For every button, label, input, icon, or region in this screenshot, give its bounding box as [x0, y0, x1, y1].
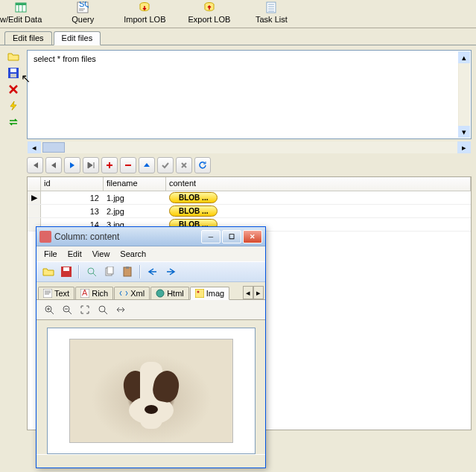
- up-button[interactable]: [139, 157, 155, 173]
- zoom-out-button[interactable]: [60, 303, 74, 316]
- add-record-button[interactable]: [101, 157, 118, 173]
- view-tab-image[interactable]: Imag: [190, 287, 229, 300]
- tool-import-lob[interactable]: Import LOB: [124, 1, 165, 25]
- tab-edit-files-2[interactable]: Edit files: [54, 31, 101, 45]
- globe-icon: [156, 289, 165, 298]
- x-small-icon: [180, 161, 188, 170]
- menu-search[interactable]: Search: [120, 249, 146, 258]
- scroll-left-button[interactable]: ◂: [28, 141, 41, 153]
- cell[interactable]: 2.jpg: [104, 207, 166, 216]
- magnifier-icon: [98, 304, 108, 315]
- record-navigator: [27, 154, 472, 176]
- find-button[interactable]: [84, 264, 99, 279]
- table-row[interactable]: 13 2.jpg BLOB ...: [28, 205, 471, 218]
- scroll-thumb[interactable]: [42, 142, 65, 153]
- image-canvas[interactable]: [47, 328, 256, 454]
- menu-edit[interactable]: Edit: [68, 249, 82, 258]
- image-preview-area: [37, 320, 265, 454]
- first-record-button[interactable]: [27, 157, 43, 173]
- paste-button[interactable]: [120, 264, 135, 279]
- svg-rect-11: [10, 74, 16, 77]
- svg-rect-24: [195, 289, 204, 298]
- prev-record-button[interactable]: [45, 157, 62, 173]
- svg-text:A: A: [82, 289, 88, 297]
- zoom-stretch-button[interactable]: [114, 303, 127, 316]
- blob-button[interactable]: BLOB ...: [169, 205, 218, 217]
- cell[interactable]: 1.jpg: [104, 194, 166, 202]
- back-button[interactable]: [145, 264, 160, 279]
- menu-view[interactable]: View: [92, 249, 110, 258]
- open-button[interactable]: [7, 50, 20, 63]
- maximize-button[interactable]: ☐: [222, 230, 241, 243]
- cell[interactable]: 12: [41, 194, 104, 202]
- diskette-icon: [61, 267, 72, 277]
- separator: [78, 265, 80, 278]
- copy-button[interactable]: [102, 264, 117, 279]
- sql-editor[interactable]: select * from files ▴ ▾: [27, 50, 472, 139]
- save-file-button[interactable]: [59, 264, 74, 279]
- cancel-button[interactable]: [176, 157, 192, 173]
- folder-open-icon: [42, 267, 54, 277]
- hscrollbar[interactable]: ◂ ▸: [27, 141, 472, 154]
- column-header-content[interactable]: content: [166, 177, 471, 191]
- svg-rect-20: [43, 289, 52, 298]
- forward-button[interactable]: [163, 264, 178, 279]
- tool-label: Query: [72, 15, 94, 24]
- open-file-button[interactable]: [41, 264, 56, 279]
- zoom-actual-button[interactable]: [96, 303, 110, 316]
- tab-edit-files-1[interactable]: Edit files: [4, 31, 52, 45]
- blob-button[interactable]: BLOB ...: [169, 192, 218, 203]
- save-button[interactable]: [7, 66, 20, 80]
- svg-rect-10: [10, 68, 16, 72]
- preview-image: [69, 339, 233, 443]
- tool-export-lob[interactable]: Export LOB: [188, 1, 231, 25]
- tool-query[interactable]: SQL Query: [64, 1, 101, 25]
- rich-icon: A: [80, 289, 89, 298]
- scroll-up-button[interactable]: ▴: [458, 51, 470, 63]
- cell[interactable]: BLOB ...: [166, 205, 471, 217]
- fit-icon: [80, 304, 90, 315]
- scroll-down-button[interactable]: ▾: [458, 126, 470, 138]
- scroll-right-button[interactable]: ▸: [457, 141, 471, 153]
- cell[interactable]: BLOB ...: [166, 192, 471, 203]
- view-tab-rich[interactable]: ARich: [75, 287, 113, 299]
- plus-icon: [105, 161, 114, 170]
- minimize-button[interactable]: ─: [201, 230, 220, 243]
- separator: [139, 265, 141, 278]
- execute-button[interactable]: [7, 99, 20, 112]
- column-header-filename[interactable]: filename: [104, 177, 166, 191]
- image-icon: [195, 289, 204, 298]
- xml-icon: [119, 289, 128, 298]
- up-icon: [142, 161, 151, 170]
- tabs-scroll-left[interactable]: ◂: [243, 286, 253, 299]
- remove-record-button[interactable]: [120, 157, 136, 173]
- zoom-fit-button[interactable]: [78, 303, 92, 316]
- delete-button[interactable]: [7, 83, 20, 96]
- table-row[interactable]: ▶ 12 1.jpg BLOB ...: [28, 191, 471, 205]
- row-indicator: ▶: [28, 191, 41, 204]
- dialog-title: Column: content: [54, 232, 201, 242]
- tool-edit-data[interactable]: w/Edit Data: [0, 1, 42, 25]
- vscrollbar[interactable]: ▴ ▾: [458, 51, 470, 138]
- tasklist-icon: [265, 1, 277, 13]
- refresh-grid-button[interactable]: [194, 157, 211, 173]
- svg-rect-12: [39, 231, 51, 243]
- refresh-button[interactable]: [7, 115, 20, 129]
- clipboard-icon: [122, 267, 133, 277]
- close-button[interactable]: ✕: [243, 230, 262, 243]
- view-tab-html[interactable]: Html: [150, 287, 189, 299]
- side-toolbar: [4, 45, 22, 430]
- dialog-titlebar[interactable]: Column: content ─ ☐ ✕: [37, 227, 265, 246]
- zoom-in-button[interactable]: [42, 303, 56, 316]
- column-header-id[interactable]: id: [41, 177, 104, 191]
- view-tab-xml[interactable]: Xml: [114, 287, 150, 299]
- cell[interactable]: 13: [41, 207, 104, 216]
- view-tab-text[interactable]: Text: [38, 287, 74, 299]
- tool-label: w/Edit Data: [0, 15, 42, 24]
- tabs-scroll-right[interactable]: ▸: [253, 286, 264, 299]
- menu-file[interactable]: File: [44, 249, 57, 258]
- last-record-button[interactable]: [83, 157, 99, 173]
- tool-task-list[interactable]: Task List: [253, 1, 290, 25]
- next-record-button[interactable]: [64, 157, 80, 173]
- post-button[interactable]: [157, 157, 174, 173]
